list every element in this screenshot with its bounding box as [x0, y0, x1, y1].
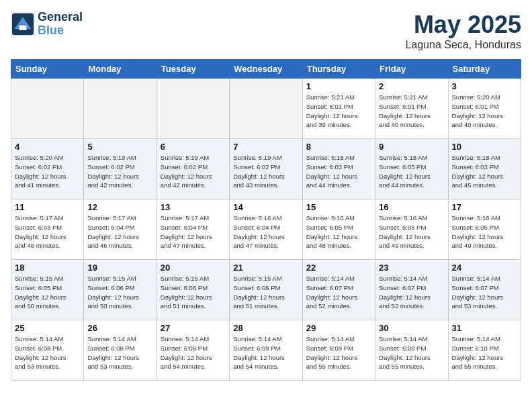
day-info: Sunrise: 5:15 AM Sunset: 6:06 PM Dayligh… — [161, 274, 226, 311]
day-number: 21 — [233, 263, 298, 273]
day-info: Sunrise: 5:17 AM Sunset: 6:04 PM Dayligh… — [87, 214, 152, 250]
day-number: 19 — [87, 263, 152, 273]
calendar-cell: 29Sunrise: 5:14 AM Sunset: 6:09 PM Dayli… — [302, 320, 375, 381]
day-number: 2 — [379, 81, 444, 91]
day-info: Sunrise: 5:14 AM Sunset: 6:10 PM Dayligh… — [452, 334, 517, 371]
day-number: 28 — [233, 323, 298, 333]
day-number: 10 — [452, 142, 517, 152]
calendar-cell: 27Sunrise: 5:14 AM Sunset: 6:08 PM Dayli… — [157, 320, 229, 381]
calendar-cell: 21Sunrise: 5:15 AM Sunset: 6:06 PM Dayli… — [230, 260, 302, 320]
weekday-header-friday: Friday — [375, 60, 448, 79]
day-info: Sunrise: 5:17 AM Sunset: 6:03 PM Dayligh… — [15, 214, 80, 250]
calendar-cell: 2Sunrise: 5:21 AM Sunset: 6:01 PM Daylig… — [375, 79, 448, 139]
day-number: 14 — [233, 202, 298, 212]
svg-rect-2 — [19, 26, 27, 30]
calendar-table: SundayMondayTuesdayWednesdayThursdayFrid… — [11, 59, 521, 381]
day-info: Sunrise: 5:21 AM Sunset: 6:01 PM Dayligh… — [306, 93, 371, 130]
day-number: 30 — [379, 323, 444, 333]
calendar-week-3: 11Sunrise: 5:17 AM Sunset: 6:03 PM Dayli… — [11, 199, 521, 260]
calendar-cell: 11Sunrise: 5:17 AM Sunset: 6:03 PM Dayli… — [11, 199, 84, 260]
calendar-cell: 6Sunrise: 5:19 AM Sunset: 6:02 PM Daylig… — [157, 139, 229, 199]
day-info: Sunrise: 5:14 AM Sunset: 6:09 PM Dayligh… — [306, 334, 371, 371]
day-info: Sunrise: 5:15 AM Sunset: 6:06 PM Dayligh… — [233, 274, 298, 311]
day-number: 12 — [87, 202, 152, 212]
day-info: Sunrise: 5:18 AM Sunset: 6:03 PM Dayligh… — [306, 153, 371, 190]
calendar-cell: 9Sunrise: 5:18 AM Sunset: 6:03 PM Daylig… — [375, 139, 448, 199]
day-info: Sunrise: 5:14 AM Sunset: 6:07 PM Dayligh… — [306, 274, 371, 311]
day-info: Sunrise: 5:14 AM Sunset: 6:07 PM Dayligh… — [452, 274, 517, 311]
day-info: Sunrise: 5:19 AM Sunset: 6:02 PM Dayligh… — [87, 153, 152, 190]
day-info: Sunrise: 5:14 AM Sunset: 6:08 PM Dayligh… — [161, 334, 226, 371]
location: Laguna Seca, Honduras — [405, 39, 521, 51]
day-number: 11 — [15, 202, 80, 212]
day-info: Sunrise: 5:21 AM Sunset: 6:01 PM Dayligh… — [379, 93, 444, 130]
calendar-cell: 17Sunrise: 5:16 AM Sunset: 6:05 PM Dayli… — [448, 199, 521, 260]
calendar-cell: 14Sunrise: 5:16 AM Sunset: 6:04 PM Dayli… — [230, 199, 302, 260]
weekday-header-monday: Monday — [84, 60, 157, 79]
calendar-cell: 22Sunrise: 5:14 AM Sunset: 6:07 PM Dayli… — [302, 260, 375, 320]
calendar-week-5: 25Sunrise: 5:14 AM Sunset: 6:08 PM Dayli… — [11, 320, 521, 381]
day-number: 26 — [87, 323, 152, 333]
day-number: 3 — [452, 81, 517, 91]
day-number: 31 — [452, 323, 517, 333]
calendar-cell: 23Sunrise: 5:14 AM Sunset: 6:07 PM Dayli… — [375, 260, 448, 320]
calendar-cell: 13Sunrise: 5:17 AM Sunset: 6:04 PM Dayli… — [157, 199, 229, 260]
calendar-cell: 10Sunrise: 5:18 AM Sunset: 6:03 PM Dayli… — [448, 139, 521, 199]
calendar-cell: 25Sunrise: 5:14 AM Sunset: 6:08 PM Dayli… — [11, 320, 84, 381]
day-info: Sunrise: 5:18 AM Sunset: 6:03 PM Dayligh… — [379, 153, 444, 190]
calendar-cell: 5Sunrise: 5:19 AM Sunset: 6:02 PM Daylig… — [84, 139, 157, 199]
weekday-header-tuesday: Tuesday — [157, 60, 229, 79]
day-info: Sunrise: 5:20 AM Sunset: 6:02 PM Dayligh… — [15, 153, 80, 190]
day-number: 1 — [306, 81, 371, 91]
day-number: 29 — [306, 323, 371, 333]
calendar-cell: 7Sunrise: 5:19 AM Sunset: 6:02 PM Daylig… — [230, 139, 302, 199]
day-number: 4 — [15, 142, 80, 152]
calendar-week-1: 1Sunrise: 5:21 AM Sunset: 6:01 PM Daylig… — [11, 79, 521, 139]
calendar-body: 1Sunrise: 5:21 AM Sunset: 6:01 PM Daylig… — [11, 79, 521, 381]
day-info: Sunrise: 5:19 AM Sunset: 6:02 PM Dayligh… — [161, 153, 226, 190]
calendar-cell: 16Sunrise: 5:16 AM Sunset: 6:05 PM Dayli… — [375, 199, 448, 260]
day-number: 15 — [306, 202, 371, 212]
day-info: Sunrise: 5:16 AM Sunset: 6:05 PM Dayligh… — [306, 214, 371, 250]
logo-line2: Blue — [38, 24, 83, 38]
day-info: Sunrise: 5:16 AM Sunset: 6:05 PM Dayligh… — [452, 214, 517, 250]
calendar-cell: 26Sunrise: 5:14 AM Sunset: 6:08 PM Dayli… — [84, 320, 157, 381]
day-info: Sunrise: 5:17 AM Sunset: 6:04 PM Dayligh… — [161, 214, 226, 250]
weekday-header-thursday: Thursday — [302, 60, 375, 79]
calendar-week-2: 4Sunrise: 5:20 AM Sunset: 6:02 PM Daylig… — [11, 139, 521, 199]
day-info: Sunrise: 5:20 AM Sunset: 6:01 PM Dayligh… — [452, 93, 517, 130]
weekday-header-wednesday: Wednesday — [230, 60, 302, 79]
calendar-cell — [84, 79, 157, 139]
day-number: 16 — [379, 202, 444, 212]
title-block: May 2025 Laguna Seca, Honduras — [405, 11, 521, 51]
day-info: Sunrise: 5:16 AM Sunset: 6:05 PM Dayligh… — [379, 214, 444, 250]
day-info: Sunrise: 5:18 AM Sunset: 6:03 PM Dayligh… — [452, 153, 517, 190]
logo-line1: General — [38, 11, 83, 24]
day-number: 8 — [306, 142, 371, 152]
day-info: Sunrise: 5:15 AM Sunset: 6:05 PM Dayligh… — [15, 274, 80, 311]
calendar-cell: 8Sunrise: 5:18 AM Sunset: 6:03 PM Daylig… — [302, 139, 375, 199]
calendar-cell: 30Sunrise: 5:14 AM Sunset: 6:09 PM Dayli… — [375, 320, 448, 381]
month-title: May 2025 — [405, 11, 521, 39]
page-header: General Blue May 2025 Laguna Seca, Hondu… — [11, 11, 521, 51]
calendar-cell — [157, 79, 229, 139]
day-number: 20 — [161, 263, 226, 273]
day-number: 17 — [452, 202, 517, 212]
day-number: 22 — [306, 263, 371, 273]
calendar-cell — [11, 79, 84, 139]
calendar-header-row: SundayMondayTuesdayWednesdayThursdayFrid… — [11, 60, 521, 79]
calendar-cell: 24Sunrise: 5:14 AM Sunset: 6:07 PM Dayli… — [448, 260, 521, 320]
calendar-cell: 15Sunrise: 5:16 AM Sunset: 6:05 PM Dayli… — [302, 199, 375, 260]
day-info: Sunrise: 5:19 AM Sunset: 6:02 PM Dayligh… — [233, 153, 298, 190]
day-number: 18 — [15, 263, 80, 273]
calendar-cell: 28Sunrise: 5:14 AM Sunset: 6:09 PM Dayli… — [230, 320, 302, 381]
day-info: Sunrise: 5:14 AM Sunset: 6:09 PM Dayligh… — [233, 334, 298, 371]
day-number: 27 — [161, 323, 226, 333]
weekday-header-sunday: Sunday — [11, 60, 84, 79]
day-info: Sunrise: 5:15 AM Sunset: 6:06 PM Dayligh… — [87, 274, 152, 311]
weekday-header-saturday: Saturday — [448, 60, 521, 79]
day-number: 25 — [15, 323, 80, 333]
day-info: Sunrise: 5:14 AM Sunset: 6:08 PM Dayligh… — [15, 334, 80, 371]
day-number: 23 — [379, 263, 444, 273]
day-number: 6 — [161, 142, 226, 152]
